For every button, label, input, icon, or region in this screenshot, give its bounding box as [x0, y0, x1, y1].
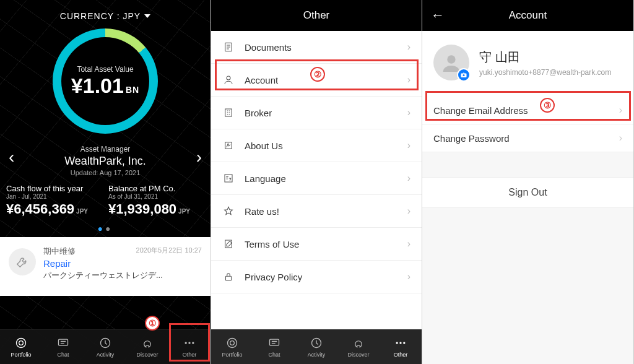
change-email[interactable]: Change Email Address › — [422, 97, 633, 124]
activity-icon — [99, 336, 111, 350]
card-date: 2020年5月22日 10:27 — [136, 246, 202, 257]
chevron-down-icon — [144, 14, 150, 18]
screen-other: Other Documents › Account › Broker › Abo… — [211, 0, 422, 364]
language-icon — [222, 172, 235, 184]
chevron-right-icon: › — [407, 107, 410, 118]
account-header: ← Account — [422, 0, 633, 31]
tab-activity[interactable]: Activity — [84, 330, 126, 364]
activity-card[interactable]: 期中维修 2020年5月22日 10:27 Repair パークシティーウェスト… — [0, 237, 211, 296]
currency-selector[interactable]: CURRENCY : JPY — [0, 0, 211, 21]
svg-point-0 — [17, 339, 26, 348]
more-icon — [183, 336, 196, 350]
prev-manager-button[interactable]: ‹ — [9, 147, 14, 167]
discover-icon — [353, 336, 364, 350]
next-manager-button[interactable]: › — [196, 147, 202, 167]
manager-label: Asset Manager — [0, 145, 211, 154]
documents-icon — [222, 41, 235, 53]
callout-number-1: ① — [145, 316, 160, 331]
svg-point-14 — [228, 339, 237, 348]
other-header: Other — [211, 0, 422, 31]
tab-discover[interactable]: Discover — [126, 330, 168, 364]
card-subtitle: パークシティーウェストレジデ... — [43, 270, 202, 281]
chevron-right-icon: › — [407, 271, 410, 282]
broker-icon — [222, 106, 235, 119]
tab-chat[interactable]: Chat — [253, 330, 295, 364]
manager-name: WealthPark, Inc. — [0, 155, 211, 168]
tab-portfolio[interactable]: Portfolio — [211, 330, 253, 364]
profile-name: 守 山田 — [479, 49, 611, 66]
card-tag: 期中维修 — [43, 246, 76, 257]
star-icon — [222, 205, 235, 217]
tab-other[interactable]: Other — [168, 330, 211, 364]
chat-icon — [57, 336, 69, 350]
chevron-right-icon: › — [407, 206, 410, 217]
camera-icon — [457, 68, 471, 82]
balance-stat[interactable]: Balance at PM Co. As of Jul 31, 2021 ¥1,… — [108, 184, 204, 217]
callout-number-3: ③ — [540, 98, 555, 113]
chevron-right-icon: › — [619, 105, 622, 116]
menu-documents[interactable]: Documents › — [211, 31, 422, 64]
tab-portfolio[interactable]: Portfolio — [0, 330, 42, 364]
total-asset-label: Total Asset Value — [77, 65, 133, 74]
avatar[interactable] — [433, 45, 469, 80]
total-asset-donut: Total Asset Value ¥1.01 BN — [53, 28, 158, 134]
svg-rect-9 — [225, 109, 232, 116]
change-password[interactable]: Change Password › — [422, 124, 633, 152]
svg-point-4 — [185, 342, 187, 344]
header-title: Other — [303, 9, 330, 22]
tab-chat[interactable]: Chat — [42, 330, 84, 364]
tab-bar: Portfolio Chat Activity Discover Other — [0, 329, 211, 364]
chevron-right-icon: › — [407, 238, 410, 249]
menu-terms[interactable]: Terms of Use › — [211, 228, 422, 261]
total-asset-value: ¥1.01 — [71, 74, 124, 98]
account-icon — [222, 74, 235, 86]
menu-about[interactable]: About Us › — [211, 129, 422, 162]
sign-out-button[interactable]: Sign Out — [422, 177, 633, 208]
svg-point-23 — [463, 74, 465, 76]
card-title: Repair — [43, 258, 202, 269]
page-dots: ●● — [0, 222, 211, 237]
portfolio-icon — [226, 336, 238, 350]
svg-point-18 — [396, 342, 398, 344]
back-button[interactable]: ← — [431, 7, 445, 24]
discover-icon — [142, 336, 153, 350]
header-title: Account — [509, 9, 547, 22]
more-icon — [394, 336, 407, 350]
screen-portfolio: CURRENCY : JPY Total Asset Value ¥1.01 B… — [0, 0, 211, 364]
menu-rate[interactable]: Rate us! › — [211, 195, 422, 228]
chevron-right-icon: › — [407, 74, 410, 85]
callout-number-2: ② — [310, 67, 325, 82]
chevron-right-icon: › — [407, 41, 410, 53]
portfolio-icon — [15, 336, 27, 350]
chevron-right-icon: › — [407, 173, 410, 184]
svg-rect-16 — [270, 339, 279, 345]
tab-other[interactable]: Other — [380, 330, 422, 364]
svg-point-19 — [399, 342, 401, 344]
cashflow-stat[interactable]: Cash flow of this year Jan - Jul, 2021 ¥… — [6, 184, 102, 217]
svg-point-6 — [192, 342, 194, 344]
menu-language[interactable]: Language › — [211, 162, 422, 195]
svg-point-20 — [403, 342, 405, 344]
terms-icon — [222, 238, 235, 250]
svg-rect-13 — [226, 276, 232, 280]
svg-point-8 — [227, 76, 230, 80]
menu-broker[interactable]: Broker › — [211, 97, 422, 129]
svg-point-5 — [188, 342, 190, 344]
about-icon — [222, 139, 235, 152]
profile-email: yuki.yoshimoto+8877@wealth-park.com — [479, 68, 611, 77]
profile-block: 守 山田 yuki.yoshimoto+8877@wealth-park.com — [422, 31, 633, 97]
tab-bar: Portfolio Chat Activity Discover Other — [211, 329, 422, 364]
svg-rect-2 — [59, 339, 68, 345]
chat-icon — [268, 336, 280, 350]
screen-account: ← Account 守 山田 yuki.yoshimoto+8877@wealt… — [422, 0, 634, 364]
lock-icon — [222, 271, 235, 283]
tab-activity[interactable]: Activity — [295, 330, 337, 364]
svg-point-21 — [447, 55, 455, 63]
chevron-right-icon: › — [619, 132, 622, 144]
currency-label: CURRENCY : JPY — [60, 11, 141, 21]
menu-privacy[interactable]: Privacy Policy › — [211, 261, 422, 293]
chevron-right-icon: › — [407, 140, 410, 151]
manager-updated: Updated: Aug 17, 2021 — [0, 169, 211, 176]
tab-discover[interactable]: Discover — [337, 330, 380, 364]
activity-icon — [310, 336, 323, 350]
